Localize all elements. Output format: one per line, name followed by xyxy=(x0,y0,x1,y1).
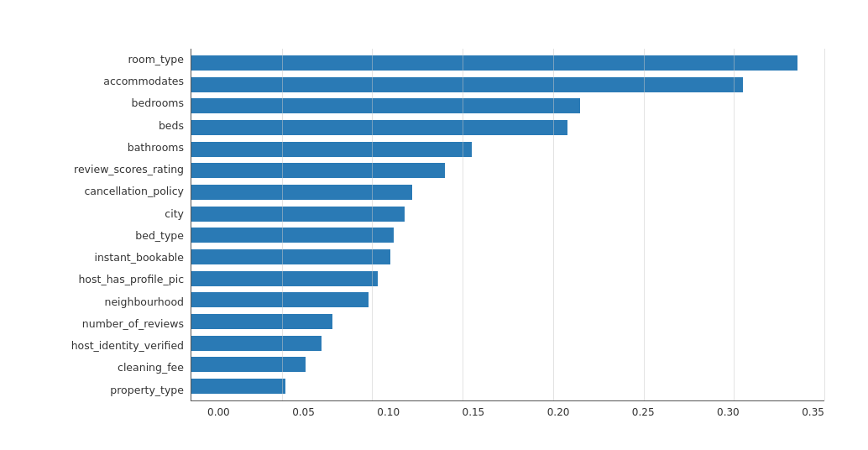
x-tick: 0.00 xyxy=(207,406,230,418)
bar-instant_bookable xyxy=(191,249,390,264)
y-label-cancellation_policy: cancellation_policy xyxy=(84,186,184,197)
bar-room_type xyxy=(191,55,797,71)
bar-bathrooms xyxy=(191,142,472,157)
bar-property_type xyxy=(191,379,285,394)
bar-row xyxy=(191,376,824,396)
grid-line xyxy=(824,49,825,400)
bar-review_scores_rating xyxy=(191,163,445,178)
bar-row xyxy=(191,96,824,116)
y-label-host_has_profile_pic: host_has_profile_pic xyxy=(78,275,184,285)
y-label-host_identity_verified: host_identity_verified xyxy=(71,341,184,352)
y-label-room_type: room_type xyxy=(128,55,184,65)
bar-row xyxy=(191,247,824,267)
bar-row xyxy=(191,204,824,224)
bar-number_of_reviews xyxy=(191,314,332,329)
y-label-review_scores_rating: review_scores_rating xyxy=(74,165,184,175)
x-tick: 0.10 xyxy=(377,406,400,418)
y-label-neighbourhood: neighbourhood xyxy=(104,297,184,308)
y-axis-labels: room_typeaccommodatesbedroomsbedsbathroo… xyxy=(27,49,191,401)
bar-beds xyxy=(191,120,567,135)
x-tick: 0.05 xyxy=(292,406,315,418)
chart-container: room_typeaccommodatesbedroomsbedsbathroo… xyxy=(10,8,858,442)
bar-neighbourhood xyxy=(191,292,369,307)
y-label-city: city xyxy=(165,209,184,220)
x-tick: 0.20 xyxy=(547,406,570,418)
bar-row xyxy=(191,139,824,160)
bar-row xyxy=(191,118,824,138)
bar-row xyxy=(191,269,824,289)
x-axis: 0.000.050.100.150.200.250.300.35 xyxy=(207,401,824,418)
bar-cancellation_policy xyxy=(191,185,412,200)
bar-row xyxy=(191,290,824,310)
bar-row xyxy=(191,74,824,94)
y-label-bathrooms: bathrooms xyxy=(128,143,184,154)
bar-host_has_profile_pic xyxy=(191,271,378,286)
x-tick: 0.30 xyxy=(717,406,740,418)
x-tick: 0.15 xyxy=(463,406,485,418)
y-label-cleaning_fee: cleaning_fee xyxy=(118,363,184,374)
y-label-instant_bookable: instant_bookable xyxy=(94,253,184,264)
bar-row xyxy=(191,225,824,245)
bar-row xyxy=(191,333,824,353)
bar-row xyxy=(191,53,824,73)
bar-host_identity_verified xyxy=(191,336,322,351)
y-label-number_of_reviews: number_of_reviews xyxy=(82,319,184,330)
bar-cleaning_fee xyxy=(191,357,306,372)
y-label-beds: beds xyxy=(159,121,184,132)
bar-row xyxy=(191,354,824,374)
bar-bed_type xyxy=(191,228,394,243)
x-tick: 0.25 xyxy=(632,406,655,418)
bar-row xyxy=(191,160,824,181)
chart-area: room_typeaccommodatesbedroomsbedsbathroo… xyxy=(27,49,824,401)
y-label-bed_type: bed_type xyxy=(135,231,184,242)
y-label-accommodates: accommodates xyxy=(103,76,184,87)
x-tick: 0.35 xyxy=(802,406,824,418)
bar-city xyxy=(191,207,405,222)
y-label-property_type: property_type xyxy=(110,385,184,396)
bars-area xyxy=(191,49,824,401)
bar-accommodates xyxy=(191,77,743,92)
bar-row xyxy=(191,311,824,332)
y-label-bedrooms: bedrooms xyxy=(132,98,184,109)
bar-row xyxy=(191,182,824,202)
bar-bedrooms xyxy=(191,98,580,113)
